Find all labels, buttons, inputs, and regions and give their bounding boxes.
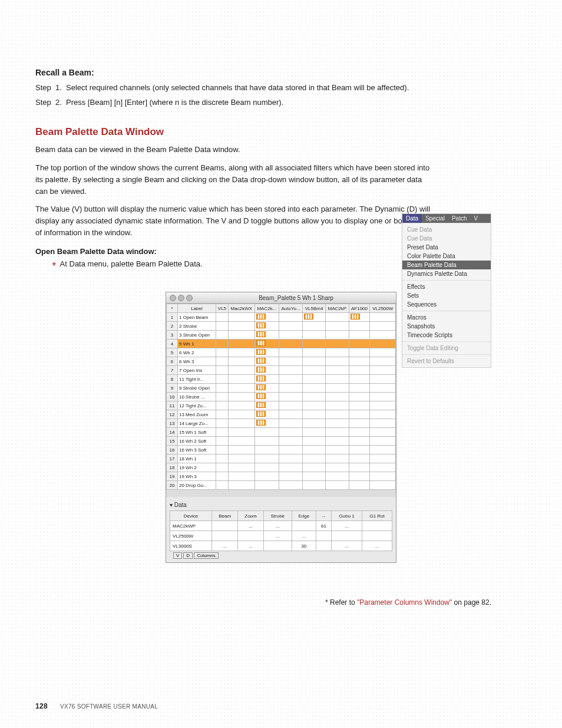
table-row[interactable]: 1213 Med Zoom [167, 410, 396, 419]
column-header[interactable]: AutoYo... [279, 304, 302, 313]
open-instruction-text: At Data menu, palette Beam Palette Data. [60, 259, 203, 268]
data-row[interactable]: VL2500W...... [170, 531, 392, 541]
data-col[interactable]: Strobe [263, 511, 292, 521]
data-col[interactable]: G1 Rot [362, 511, 392, 521]
column-header[interactable]: AF1000 [349, 304, 370, 313]
d-button[interactable]: D [183, 552, 193, 559]
filter-icon [256, 411, 266, 417]
table-row[interactable]: 1415 Wh 1 Soft [167, 428, 396, 437]
column-header[interactable]: MAC2kP [325, 304, 349, 313]
menu-item[interactable]: Timecode Scripts [402, 331, 491, 340]
data-row[interactable]: MAC2kWP......61... [170, 521, 392, 531]
section-title: Beam Palette Data Window [35, 126, 527, 138]
menu-item[interactable]: Cue Data [402, 234, 491, 243]
h-scrollbar[interactable] [166, 490, 396, 497]
menu-item[interactable]: Sets [402, 291, 491, 300]
data-col[interactable]: Gobo 1 [332, 511, 362, 521]
table-row[interactable]: 1010 Strobe ... [167, 393, 396, 401]
table-row[interactable]: 2020 Drop Go... [167, 481, 396, 490]
menu-item[interactable]: Dynamics Palette Data [402, 269, 491, 278]
filter-icon [256, 420, 266, 426]
table-row[interactable]: 1919 Wh 3 [167, 472, 396, 481]
filter-icon [256, 358, 266, 364]
filter-icon [256, 402, 266, 408]
table-row[interactable]: 811 Tight Ir... [167, 375, 396, 384]
table-row[interactable]: 1314 Large Zo... [167, 419, 396, 428]
data-dropdown[interactable]: ▾ Data [170, 502, 392, 508]
column-header[interactable]: * [167, 304, 178, 313]
menu-tab-special[interactable]: Special [422, 214, 448, 223]
table-row[interactable]: 56 Wh 2 [167, 348, 396, 357]
table-row[interactable]: 22 Strobe [167, 322, 396, 331]
menu-item[interactable]: Beam Palette Data [402, 261, 491, 269]
zoom-icon[interactable] [186, 295, 193, 301]
footnote-link[interactable]: "Parameter Columns Window" [357, 598, 452, 607]
menu-tab-data[interactable]: Data [402, 214, 422, 223]
table-row[interactable]: 1516 Wh 2 Soft [167, 437, 396, 446]
window-titlebar: Beam_Palette 5 Wh 1 Sharp [166, 292, 396, 304]
v-button[interactable]: V [173, 552, 182, 559]
data-row[interactable]: VL3000S......30...... [170, 541, 392, 551]
table-row[interactable]: 33 Strobe Open [167, 331, 396, 340]
filter-icon [256, 384, 266, 390]
filter-icon [256, 314, 266, 319]
footnote-post: on page 82. [452, 598, 491, 607]
filter-icon [256, 393, 266, 399]
table-row[interactable]: 1616 Wh 3 Soft [167, 446, 396, 454]
column-header[interactable]: VL5Bm4 [303, 304, 326, 313]
table-row[interactable]: 1112 Tight Zo... [167, 401, 396, 410]
columns-button[interactable]: Columns [194, 552, 219, 559]
footnote: * Refer to "Parameter Columns Window" on… [35, 598, 491, 607]
table-row[interactable]: 66 Wh 3 [167, 357, 396, 366]
page-number: 128 [35, 702, 48, 710]
filter-icon [304, 314, 313, 319]
section-p3: The Value (V) button will display the nu… [35, 203, 436, 239]
menu-item[interactable]: Cue Data [402, 225, 491, 234]
filter-icon [351, 314, 360, 319]
menu-tab-v[interactable]: V [471, 214, 482, 223]
table-row[interactable]: 1819 Wh 2 [167, 463, 396, 472]
data-col[interactable]: Device [170, 511, 212, 521]
menu-item[interactable]: Snapshots [402, 322, 491, 331]
table-row[interactable]: 99 Strobe Open [167, 384, 396, 393]
column-header[interactable]: Label [178, 304, 216, 313]
minimize-icon[interactable] [178, 295, 184, 301]
table-row[interactable]: 1718 Wh 1 [167, 454, 396, 463]
data-col[interactable]: -- [316, 511, 331, 521]
section-p2: The top portion of the window shows the … [35, 162, 436, 197]
palette-table[interactable]: *LabelVL5Mac2kWXMAC2k...AutoYo...VL5Bm4M… [166, 304, 396, 490]
section-p1: Beam data can be viewed in the Beam Pale… [35, 144, 436, 156]
data-col[interactable]: Beam [212, 511, 238, 521]
page-footer: 128 VX76 SOFTWARE USER MANUAL [35, 702, 158, 710]
beam-palette-window: Beam_Palette 5 Wh 1 Sharp *LabelVL5Mac2k… [166, 292, 396, 563]
window-title: Beam_Palette 5 Wh 1 Sharp [196, 295, 396, 301]
menu-item[interactable]: Color Palette Data [402, 252, 491, 261]
column-header[interactable]: VL2500W [370, 304, 396, 313]
table-row[interactable]: 11 Open Beam [167, 313, 396, 322]
menu-item[interactable]: Preset Data [402, 243, 491, 252]
filter-icon [256, 340, 266, 346]
data-menu: DataSpecialPatchV Cue DataCue DataPreset… [402, 213, 491, 368]
data-col[interactable]: Zoom [238, 511, 264, 521]
menu-tab-patch[interactable]: Patch [448, 214, 471, 223]
data-col[interactable]: Edge [292, 511, 316, 521]
menu-item[interactable]: Effects [402, 282, 491, 291]
step-2: Step 2. Press [Beam] [n] [Enter] (where … [35, 95, 527, 110]
table-row[interactable]: 45 Wh 1 [167, 340, 396, 348]
column-header[interactable]: Mac2kWX [228, 304, 254, 313]
filter-icon [256, 322, 266, 328]
menu-item[interactable]: Toggle Data Editing [402, 344, 491, 353]
menu-item[interactable]: Macros [402, 313, 491, 322]
step-1: Step 1. Select required channels (only s… [35, 81, 527, 95]
filter-icon [256, 375, 266, 381]
column-header[interactable]: VL5 [216, 304, 229, 313]
data-table[interactable]: DeviceBeamZoomStrobeEdge--Gobo 1G1 Rot M… [170, 510, 392, 551]
table-row[interactable]: 77 Open Iris [167, 366, 396, 375]
menu-item[interactable]: Sequences [402, 300, 491, 309]
menu-item[interactable]: Revert to Defaults [402, 357, 491, 365]
filter-icon [256, 349, 266, 355]
column-header[interactable]: MAC2k... [254, 304, 279, 313]
recall-heading: Recall a Beam: [35, 68, 527, 77]
manual-title: VX76 SOFTWARE USER MANUAL [60, 703, 158, 710]
close-icon[interactable] [170, 295, 176, 301]
